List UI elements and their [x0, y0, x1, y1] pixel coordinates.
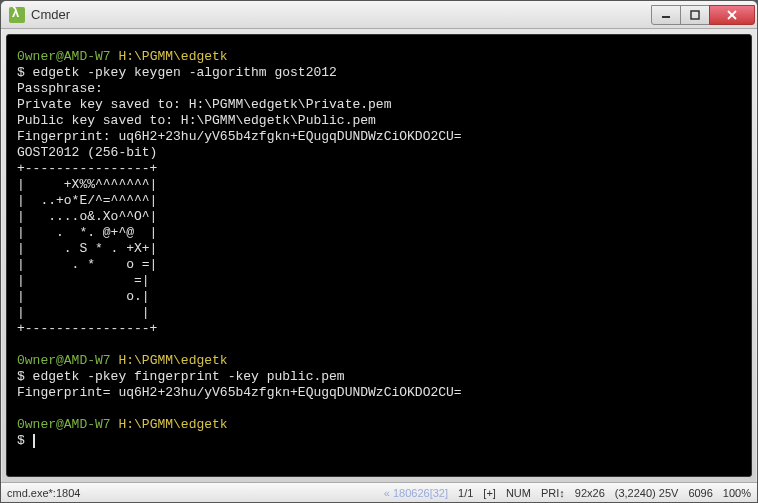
status-bar[interactable]: cmd.exe*:1804 « 180626[32] 1/1 [+] NUM P… — [1, 482, 757, 502]
close-icon — [727, 10, 737, 20]
svg-rect-1 — [691, 11, 699, 19]
window-title: Cmder — [31, 7, 652, 22]
terminal-container: 0wner@AMD-W7 H:\PGMM\edgetk $ edgetk -pk… — [6, 34, 752, 477]
status-info: « 180626[32] — [384, 487, 448, 499]
maximize-icon — [690, 10, 700, 20]
app-window: Cmder 0wner@AMD-W7 H:\PGMM\edgetk $ edge… — [0, 0, 758, 503]
terminal-output[interactable]: 0wner@AMD-W7 H:\PGMM\edgetk $ edgetk -pk… — [7, 35, 751, 476]
minimize-button[interactable] — [651, 5, 681, 25]
maximize-button[interactable] — [680, 5, 710, 25]
minimize-icon — [661, 10, 671, 20]
app-icon — [9, 7, 25, 23]
status-pri: PRI↕ — [541, 487, 565, 499]
terminal-cursor — [33, 434, 35, 448]
status-tab[interactable]: cmd.exe*:1804 — [7, 487, 80, 499]
status-perf2: 100% — [723, 487, 751, 499]
status-cursor: (3,2240) 25V — [615, 487, 679, 499]
status-size: 92x26 — [575, 487, 605, 499]
close-button[interactable] — [709, 5, 755, 25]
status-pos: 1/1 — [458, 487, 473, 499]
status-plus: [+] — [483, 487, 496, 499]
window-controls — [652, 5, 755, 25]
status-num: NUM — [506, 487, 531, 499]
titlebar[interactable]: Cmder — [1, 1, 757, 29]
status-perf1: 6096 — [688, 487, 712, 499]
